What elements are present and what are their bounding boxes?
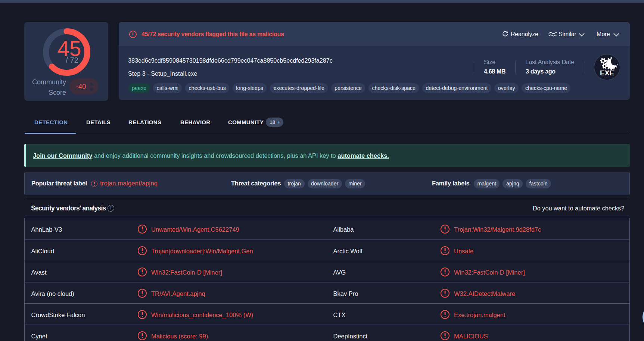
svg-text:EXE: EXE — [600, 69, 614, 77]
